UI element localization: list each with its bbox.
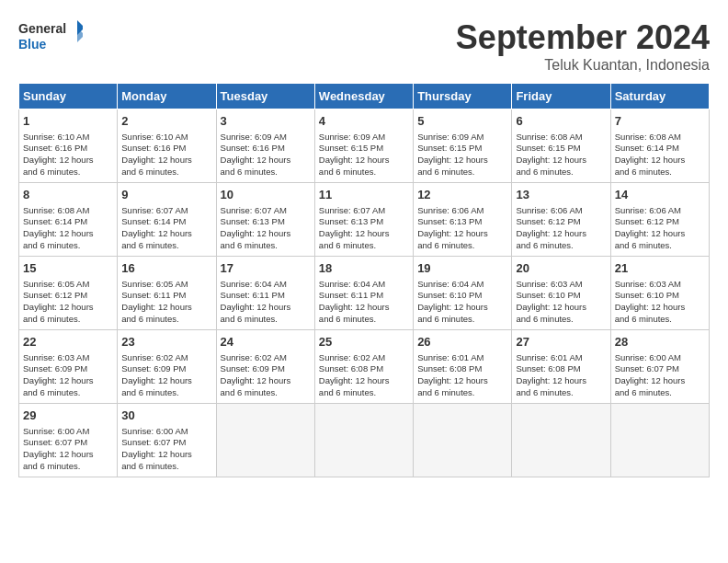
day-number: 22: [23, 334, 113, 350]
sunset-label: Sunset: 6:09 PM: [221, 363, 285, 373]
day-number: 25: [319, 334, 409, 350]
daylight-continuation: and 6 minutes.: [121, 167, 178, 177]
table-row: 15Sunrise: 6:05 AMSunset: 6:12 PMDayligh…: [19, 257, 118, 330]
sunset-label: Sunset: 6:14 PM: [23, 216, 87, 226]
sunrise-label: Sunrise: 6:05 AM: [121, 279, 188, 289]
day-number: 23: [121, 334, 211, 350]
sunset-label: Sunset: 6:11 PM: [319, 290, 383, 300]
daylight-label: Daylight: 12 hours: [417, 228, 488, 238]
day-number: 26: [417, 334, 507, 350]
daylight-label: Daylight: 12 hours: [615, 155, 686, 165]
daylight-continuation: and 6 minutes.: [23, 240, 80, 250]
table-row: 16Sunrise: 6:05 AMSunset: 6:11 PMDayligh…: [118, 257, 216, 330]
sunset-label: Sunset: 6:08 PM: [319, 363, 383, 373]
sunrise-label: Sunrise: 6:04 AM: [221, 279, 287, 289]
sunrise-label: Sunrise: 6:09 AM: [319, 132, 385, 142]
sunset-label: Sunset: 6:12 PM: [23, 290, 87, 300]
daylight-label: Daylight: 12 hours: [417, 302, 488, 312]
sunrise-label: Sunrise: 6:01 AM: [417, 352, 483, 362]
daylight-label: Daylight: 12 hours: [516, 155, 586, 165]
calendar-table: Sunday Monday Tuesday Wednesday Thursday…: [18, 83, 710, 477]
sunset-label: Sunset: 6:10 PM: [615, 290, 679, 300]
daylight-label: Daylight: 12 hours: [615, 302, 686, 312]
table-row: 21Sunrise: 6:03 AMSunset: 6:10 PMDayligh…: [610, 257, 709, 330]
sunset-label: Sunset: 6:08 PM: [417, 363, 482, 373]
logo-svg: General Blue: [18, 18, 83, 55]
daylight-continuation: and 6 minutes.: [516, 240, 573, 250]
day-number: 6: [516, 113, 606, 130]
daylight-label: Daylight: 12 hours: [319, 375, 390, 385]
day-number: 21: [615, 260, 705, 277]
col-tuesday: Tuesday: [216, 84, 314, 109]
table-row: 12Sunrise: 6:06 AMSunset: 6:13 PMDayligh…: [414, 183, 512, 257]
day-number: 27: [516, 334, 606, 350]
daylight-label: Daylight: 12 hours: [516, 228, 586, 238]
table-row: [414, 404, 512, 477]
daylight-continuation: and 6 minutes.: [319, 314, 376, 324]
daylight-label: Daylight: 12 hours: [516, 302, 586, 312]
sunrise-label: Sunrise: 6:08 AM: [615, 132, 681, 142]
sunrise-label: Sunrise: 6:03 AM: [516, 279, 582, 289]
day-number: 18: [319, 260, 409, 277]
month-title: September 2024: [456, 18, 710, 57]
day-number: 11: [319, 187, 409, 203]
sunrise-label: Sunrise: 6:06 AM: [516, 205, 582, 215]
sunrise-label: Sunrise: 6:10 AM: [23, 132, 89, 142]
sunrise-label: Sunrise: 6:08 AM: [516, 132, 582, 142]
col-sunday: Sunday: [19, 84, 118, 109]
col-thursday: Thursday: [414, 84, 512, 109]
daylight-continuation: and 6 minutes.: [121, 240, 178, 250]
sunset-label: Sunset: 6:07 PM: [23, 437, 87, 447]
day-number: 12: [417, 187, 507, 203]
daylight-label: Daylight: 12 hours: [23, 228, 94, 238]
daylight-continuation: and 6 minutes.: [121, 461, 178, 471]
table-row: 14Sunrise: 6:06 AMSunset: 6:12 PMDayligh…: [610, 183, 709, 257]
col-monday: Monday: [118, 84, 216, 109]
calendar-header-row: Sunday Monday Tuesday Wednesday Thursday…: [19, 84, 710, 109]
table-row: 28Sunrise: 6:00 AMSunset: 6:07 PMDayligh…: [610, 330, 709, 404]
day-number: 10: [221, 187, 311, 203]
sunset-label: Sunset: 6:13 PM: [221, 216, 285, 226]
daylight-continuation: and 6 minutes.: [615, 167, 672, 177]
col-saturday: Saturday: [610, 84, 709, 109]
daylight-continuation: and 6 minutes.: [417, 387, 474, 397]
sunset-label: Sunset: 6:13 PM: [319, 216, 383, 226]
sunrise-label: Sunrise: 6:06 AM: [417, 205, 483, 215]
daylight-label: Daylight: 12 hours: [221, 228, 291, 238]
daylight-continuation: and 6 minutes.: [23, 167, 80, 177]
sunrise-label: Sunrise: 6:03 AM: [615, 279, 681, 289]
day-number: 13: [516, 187, 606, 203]
table-row: 19Sunrise: 6:04 AMSunset: 6:10 PMDayligh…: [414, 257, 512, 330]
table-row: 1Sunrise: 6:10 AMSunset: 6:16 PMDaylight…: [19, 109, 118, 183]
daylight-continuation: and 6 minutes.: [121, 314, 178, 324]
table-row: 27Sunrise: 6:01 AMSunset: 6:08 PMDayligh…: [512, 330, 610, 404]
day-number: 5: [417, 113, 507, 130]
table-row: 7Sunrise: 6:08 AMSunset: 6:14 PMDaylight…: [610, 109, 709, 183]
sunset-label: Sunset: 6:13 PM: [417, 216, 482, 226]
sunset-label: Sunset: 6:15 PM: [319, 143, 383, 153]
daylight-continuation: and 6 minutes.: [417, 167, 474, 177]
daylight-label: Daylight: 12 hours: [417, 375, 488, 385]
sunrise-label: Sunrise: 6:01 AM: [516, 352, 582, 362]
daylight-label: Daylight: 12 hours: [121, 302, 192, 312]
daylight-label: Daylight: 12 hours: [319, 302, 390, 312]
sunset-label: Sunset: 6:08 PM: [516, 363, 580, 373]
table-row: 17Sunrise: 6:04 AMSunset: 6:11 PMDayligh…: [216, 257, 314, 330]
sunset-label: Sunset: 6:07 PM: [615, 363, 679, 373]
table-row: 25Sunrise: 6:02 AMSunset: 6:08 PMDayligh…: [314, 330, 413, 404]
daylight-label: Daylight: 12 hours: [121, 449, 192, 459]
sunrise-label: Sunrise: 6:02 AM: [319, 352, 385, 362]
table-row: 13Sunrise: 6:06 AMSunset: 6:12 PMDayligh…: [512, 183, 610, 257]
daylight-continuation: and 6 minutes.: [23, 461, 80, 471]
daylight-label: Daylight: 12 hours: [121, 155, 192, 165]
logo: General Blue: [18, 18, 83, 55]
daylight-continuation: and 6 minutes.: [417, 240, 474, 250]
daylight-label: Daylight: 12 hours: [319, 155, 390, 165]
daylight-label: Daylight: 12 hours: [23, 375, 94, 385]
sunset-label: Sunset: 6:10 PM: [417, 290, 482, 300]
table-row: 20Sunrise: 6:03 AMSunset: 6:10 PMDayligh…: [512, 257, 610, 330]
sunrise-label: Sunrise: 6:04 AM: [319, 279, 385, 289]
sunrise-label: Sunrise: 6:00 AM: [615, 352, 681, 362]
col-friday: Friday: [512, 84, 610, 109]
daylight-label: Daylight: 12 hours: [23, 302, 94, 312]
